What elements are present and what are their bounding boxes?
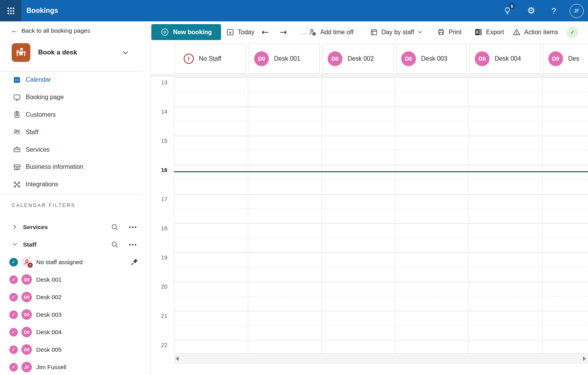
- main-content: New booking Today ← → …: [151, 21, 588, 375]
- app-launcher-icon[interactable]: [0, 0, 21, 21]
- current-time-line: [174, 171, 588, 172]
- column-separator: [248, 77, 248, 364]
- chevron-down-icon[interactable]: [12, 241, 19, 248]
- filter-group-services[interactable]: Services•••: [0, 218, 151, 236]
- chevron-down-icon: [418, 30, 423, 35]
- staff-avatar: D0: [21, 309, 32, 320]
- column-header-desk-004[interactable]: D0Desk 004: [469, 44, 541, 74]
- hour-line: [174, 282, 588, 282]
- alert-icon: !: [184, 54, 194, 64]
- search-icon[interactable]: [111, 223, 119, 231]
- column-header-desk-001[interactable]: D0Desk 001: [249, 44, 320, 74]
- column-header-no-staff[interactable]: !No Staff: [175, 44, 246, 74]
- status-check-badge[interactable]: ✓: [567, 26, 578, 38]
- staff-filter-row[interactable]: ✓D0Desk 005: [0, 341, 151, 358]
- help-button[interactable]: ?: [549, 0, 559, 21]
- sidebar-item-booking-page[interactable]: Booking page: [0, 89, 151, 106]
- column-header-desk-002[interactable]: D0Desk 002: [322, 44, 393, 74]
- staff-filter-row[interactable]: ✓?No staff assigned: [0, 253, 151, 271]
- today-button[interactable]: Today: [226, 21, 255, 43]
- arrow-right-icon: →: [280, 27, 287, 37]
- sidebar-item-integrations[interactable]: Integrations: [0, 176, 151, 193]
- sidebar-item-label: Calendar: [26, 76, 51, 83]
- column-label: Desk 004: [495, 55, 521, 62]
- chevron-right-icon[interactable]: [12, 224, 19, 231]
- sidebar-item-customers[interactable]: Customers: [0, 106, 151, 124]
- staff-checkbox[interactable]: ✓: [9, 310, 18, 319]
- filter-group-label: Staff: [23, 241, 111, 248]
- staff-checkbox[interactable]: ✓: [9, 328, 18, 336]
- more-options-icon[interactable]: •••: [128, 241, 138, 248]
- staff-checkbox[interactable]: ✓: [9, 258, 18, 266]
- sidebar: ← Back to all booking pages Book a desk: [0, 21, 151, 375]
- staff-filter-row[interactable]: ✓JFJim Fussell: [0, 358, 151, 375]
- staff-checkbox[interactable]: ✓: [9, 345, 18, 354]
- half-hour-line: [174, 296, 588, 296]
- unassigned-person-icon: ?: [21, 257, 32, 267]
- sidebar-item-label: Services: [26, 146, 49, 153]
- check-icon: ✓: [12, 347, 16, 352]
- action-items-button[interactable]: Action items: [513, 21, 558, 43]
- staff-filter-row[interactable]: ✓D0Desk 001: [0, 271, 151, 288]
- filter-groups: Services•••Staff•••: [0, 218, 151, 253]
- hour-line: [174, 223, 588, 224]
- chevron-down-icon[interactable]: [122, 49, 129, 56]
- column-label: Des: [568, 55, 579, 62]
- account-button[interactable]: JF: [569, 0, 584, 21]
- staff-name: Desk 005: [36, 346, 151, 353]
- sidebar-item-label: Staff: [26, 129, 39, 136]
- view-mode-dropdown[interactable]: Day by staff: [370, 21, 423, 43]
- export-button[interactable]: Export: [474, 21, 504, 43]
- more-options-icon[interactable]: •••: [128, 224, 138, 230]
- booking-page-selector[interactable]: Book a desk: [12, 43, 140, 62]
- column-separator: [395, 77, 395, 364]
- check-icon: ✓: [570, 29, 575, 36]
- integrations-icon: [12, 180, 21, 189]
- filter-group-label: Services: [23, 224, 111, 231]
- calendar-grid[interactable]: 13141516171819202122: [151, 74, 588, 364]
- previous-day-button[interactable]: ←: [262, 21, 269, 43]
- sidebar-item-label: Integrations: [26, 181, 58, 188]
- pin-icon[interactable]: [130, 258, 139, 266]
- check-icon: ✓: [12, 329, 16, 335]
- staff-avatar: D0: [21, 292, 32, 302]
- column-header-des[interactable]: D0Des: [543, 44, 588, 74]
- sidebar-item-staff[interactable]: Staff: [0, 123, 151, 141]
- date-range-overflow: …: [301, 21, 307, 43]
- half-hour-line: [174, 209, 588, 209]
- whats-new-button[interactable]: 5: [500, 0, 514, 21]
- staff-checkbox[interactable]: ✓: [9, 363, 18, 371]
- hour-label: 14: [151, 109, 167, 115]
- column-avatar: D0: [328, 51, 342, 66]
- new-booking-button[interactable]: New booking: [151, 24, 221, 40]
- staff-filter-row[interactable]: ✓D0Desk 002: [0, 288, 151, 306]
- horizontal-scrollbar[interactable]: [174, 353, 588, 364]
- export-label: Export: [486, 29, 504, 36]
- staff-checkbox[interactable]: ✓: [9, 275, 18, 284]
- search-icon[interactable]: [111, 241, 119, 249]
- sidebar-item-business-information[interactable]: Business information: [0, 158, 151, 176]
- filter-group-staff[interactable]: Staff•••: [0, 236, 151, 253]
- sidebar-item-services[interactable]: Services: [0, 141, 151, 158]
- half-hour-line: [174, 238, 588, 238]
- scroll-left-arrow[interactable]: [176, 356, 179, 361]
- hour-label: 18: [151, 225, 167, 231]
- settings-button[interactable]: ⚙: [525, 0, 537, 21]
- back-to-booking-pages-link[interactable]: ← Back to all booking pages: [11, 26, 90, 35]
- back-link-label: Back to all booking pages: [21, 27, 90, 34]
- staff-filter-row[interactable]: ✓D0Desk 004: [0, 323, 151, 341]
- divider: [0, 194, 143, 195]
- staff-filter-row[interactable]: ✓D0Desk 003: [0, 306, 151, 323]
- check-icon: ✓: [12, 259, 16, 265]
- scroll-right-arrow[interactable]: [583, 356, 586, 361]
- add-time-off-button[interactable]: Add time off: [308, 21, 353, 43]
- staff-icon: [12, 128, 21, 137]
- next-day-button[interactable]: →: [280, 21, 287, 43]
- sidebar-item-calendar[interactable]: Calendar: [0, 71, 151, 89]
- sidebar-item-label: Booking page: [26, 94, 64, 101]
- staff-checkbox[interactable]: ✓: [9, 293, 18, 301]
- grid-top-strip: [151, 74, 588, 77]
- print-button[interactable]: Print: [437, 21, 462, 43]
- column-header-desk-003[interactable]: D0Desk 003: [396, 44, 467, 74]
- hour-label: 20: [151, 284, 167, 290]
